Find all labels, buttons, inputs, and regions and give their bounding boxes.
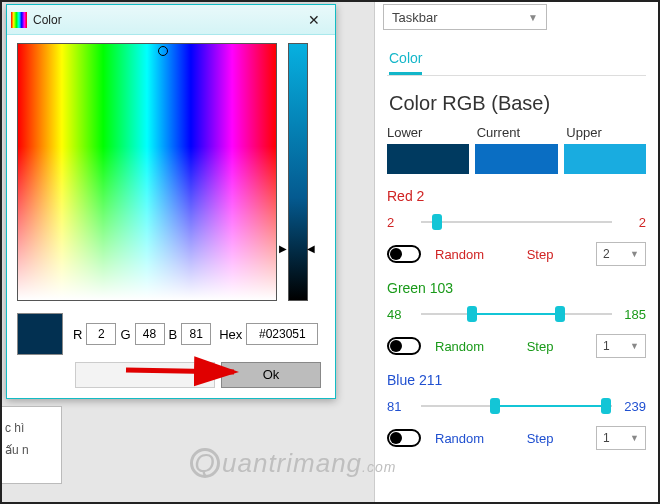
section-title: Color RGB (Base) (389, 92, 658, 115)
value-slider[interactable] (288, 43, 308, 301)
blue-title: Blue 211 (387, 372, 646, 388)
upper-label: Upper (566, 125, 646, 140)
chevron-down-icon: ▼ (630, 433, 639, 443)
window-title: Color (33, 13, 299, 27)
current-color-swatch (17, 313, 63, 355)
swatch-headers: Lower Current Upper (387, 125, 646, 140)
tabs: Color (389, 50, 658, 75)
watermark-text: uantrimang (222, 448, 362, 478)
chevron-down-icon: ▼ (528, 12, 538, 23)
background-fragment: c hì ấu n (0, 406, 62, 484)
close-button[interactable]: ✕ (299, 12, 329, 28)
target-dropdown[interactable]: Taskbar ▼ (383, 4, 547, 30)
g-input[interactable] (135, 323, 165, 345)
green-lo: 48 (387, 307, 415, 322)
green-step-value: 1 (603, 339, 610, 353)
blue-random-toggle[interactable] (387, 429, 421, 447)
red-slider[interactable] (421, 208, 612, 236)
r-input[interactable] (86, 323, 116, 345)
hex-input[interactable] (246, 323, 318, 345)
blue-step-value: 1 (603, 431, 610, 445)
upper-swatch[interactable] (564, 144, 646, 174)
red-hi: 2 (618, 215, 646, 230)
blue-hi: 239 (618, 399, 646, 414)
chevron-down-icon: ▼ (630, 249, 639, 259)
lower-label: Lower (387, 125, 467, 140)
chevron-down-icon: ▼ (630, 341, 639, 351)
hue-saturation-field[interactable] (17, 43, 277, 301)
r-label: R (73, 327, 82, 342)
b-input[interactable] (181, 323, 211, 345)
red-title: Red 2 (387, 188, 646, 204)
current-label: Current (477, 125, 557, 140)
red-random-label: Random (435, 247, 484, 262)
frag-line1: c hì (5, 417, 57, 439)
blue-step-select[interactable]: 1 ▼ (596, 426, 646, 450)
green-channel: Green 103 48 185 Random Step 1 ▼ (387, 280, 646, 358)
color-cursor[interactable] (158, 46, 168, 56)
blue-step-label: Step (527, 431, 554, 446)
lower-swatch[interactable] (387, 144, 469, 174)
color-picker-window: Color ✕ ▶◀ R G B Hex Ok (6, 4, 336, 399)
frag-line2: ấu n (5, 439, 57, 461)
blue-lo: 81 (387, 399, 415, 414)
blank-button[interactable] (75, 362, 215, 388)
green-title: Green 103 (387, 280, 646, 296)
watermark: Quantrimang.com (190, 448, 396, 479)
red-step-select[interactable]: 2 ▼ (596, 242, 646, 266)
settings-panel: Taskbar ▼ Color Color RGB (Base) Lower C… (374, 0, 658, 504)
blue-slider[interactable] (421, 392, 612, 420)
blue-channel: Blue 211 81 239 Random Step 1 ▼ (387, 372, 646, 450)
current-swatch[interactable] (475, 144, 557, 174)
green-step-label: Step (527, 339, 554, 354)
app-icon (11, 12, 27, 28)
green-step-select[interactable]: 1 ▼ (596, 334, 646, 358)
g-label: G (120, 327, 130, 342)
red-channel: Red 2 2 2 Random Step 2 ▼ (387, 188, 646, 266)
value-indicator: ▶◀ (279, 243, 315, 254)
red-step-value: 2 (603, 247, 610, 261)
green-random-toggle[interactable] (387, 337, 421, 355)
titlebar[interactable]: Color ✕ (7, 5, 335, 35)
red-step-label: Step (527, 247, 554, 262)
blue-random-label: Random (435, 431, 484, 446)
green-random-label: Random (435, 339, 484, 354)
red-random-toggle[interactable] (387, 245, 421, 263)
tab-color[interactable]: Color (389, 50, 422, 75)
hex-label: Hex (219, 327, 242, 342)
divider (387, 75, 646, 76)
green-slider[interactable] (421, 300, 612, 328)
dropdown-value: Taskbar (392, 10, 438, 25)
swatch-row (387, 144, 646, 174)
b-label: B (169, 327, 178, 342)
red-lo: 2 (387, 215, 415, 230)
ok-button[interactable]: Ok (221, 362, 321, 388)
green-hi: 185 (618, 307, 646, 322)
